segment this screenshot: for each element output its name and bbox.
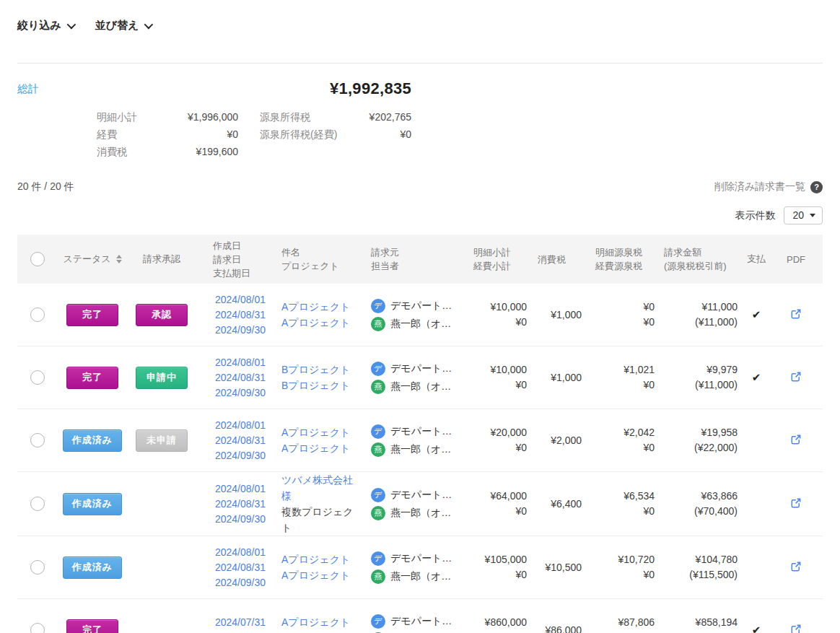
grand-total-link[interactable]: 総計 bbox=[17, 79, 97, 160]
pdf-external-link-icon[interactable] bbox=[790, 561, 802, 572]
date-link[interactable]: 2024/09/30 bbox=[196, 448, 266, 463]
dates-cell: 2024/08/012024/08/312024/09/30 bbox=[196, 355, 271, 401]
date-link[interactable]: 2024/08/31 bbox=[196, 307, 266, 323]
contact-name: デモパート… bbox=[390, 612, 452, 630]
chevron-down-icon bbox=[66, 20, 76, 30]
deleted-invoices-link[interactable]: 削除済み請求書一覧 bbox=[714, 180, 805, 193]
project-link[interactable]: Aプロジェクト bbox=[281, 424, 359, 440]
row-checkbox[interactable] bbox=[30, 307, 45, 322]
date-link[interactable]: 2024/08/01 bbox=[196, 481, 266, 497]
toolbar: 絞り込み 並び替え bbox=[0, 0, 840, 32]
contact-line: デデモパート… bbox=[371, 612, 465, 630]
filter-button[interactable]: 絞り込み bbox=[17, 19, 74, 32]
help-icon[interactable]: ? bbox=[810, 181, 823, 193]
sort-button[interactable]: 並び替え bbox=[95, 19, 152, 32]
amount-cell-value: (¥946,000) bbox=[658, 630, 738, 633]
subtotal-label: 明細小計 bbox=[97, 108, 137, 126]
withholding-cell-value: ¥0 bbox=[587, 567, 655, 582]
date-link[interactable]: 2024/08/01 bbox=[196, 545, 266, 560]
row-checkbox[interactable] bbox=[30, 623, 45, 633]
table-row: 作成済み2024/08/012024/08/312024/09/30Aプロジェク… bbox=[17, 536, 823, 599]
subtotal-cell: ¥64,000¥0 bbox=[465, 489, 531, 519]
row-checkbox-cell bbox=[17, 497, 58, 511]
subtotal-cell-value: ¥0 bbox=[465, 315, 527, 330]
project-link[interactable]: Aプロジェクト bbox=[281, 567, 359, 583]
pdf-external-link-icon[interactable] bbox=[790, 371, 802, 383]
project-link[interactable]: Bプロジェクト bbox=[281, 362, 359, 377]
amount-cell: ¥11,000(¥11,000) bbox=[658, 300, 743, 330]
approval-cell: 未申請 bbox=[127, 429, 196, 452]
tax-cell-value: ¥1,000 bbox=[531, 309, 582, 320]
date-link[interactable]: 2024/08/31 bbox=[196, 370, 266, 385]
subtotal-cell-value: ¥0 bbox=[465, 377, 527, 393]
table-header: ステータス 請求承認 作成日 請求日 支払期日 件名 プロジェクト 請求元 担当… bbox=[17, 235, 823, 284]
avatar: デ bbox=[371, 299, 385, 313]
contact-line: 燕燕一郎（オ… bbox=[371, 377, 465, 396]
project-link[interactable]: Aプロジェクト bbox=[281, 614, 359, 630]
date-link[interactable]: 2024/07/31 bbox=[196, 630, 266, 633]
date-link[interactable]: 2024/08/01 bbox=[196, 418, 266, 433]
subtotal-cell-value: ¥105,000 bbox=[465, 552, 527, 567]
contact-name: 燕一郎（オ… bbox=[390, 630, 451, 633]
project-link[interactable]: Bプロジェクト bbox=[281, 377, 359, 393]
paid-cell: ✔ bbox=[743, 371, 769, 384]
header-line-withholding: 明細源泉税 bbox=[595, 245, 655, 259]
subtotal-value: ¥1,996,000 bbox=[188, 108, 238, 126]
consumption-tax-value: ¥199,600 bbox=[196, 143, 238, 160]
project-link[interactable]: Aプロジェクト bbox=[281, 630, 359, 633]
pdf-external-link-icon[interactable] bbox=[790, 434, 802, 445]
amount-cell-value: ¥11,000 bbox=[658, 300, 738, 315]
date-link[interactable]: 2024/09/30 bbox=[196, 385, 266, 401]
project-link[interactable]: Aプロジェクト bbox=[281, 299, 359, 315]
page-size-value: 20 bbox=[792, 209, 804, 221]
summary-section: 総計 ¥1,992,835 明細小計¥1,996,000 経費¥0 消費税¥19… bbox=[0, 79, 840, 160]
pdf-external-link-icon[interactable] bbox=[790, 624, 802, 633]
tax-cell-value: ¥86,000 bbox=[531, 624, 582, 633]
contact-name: 燕一郎（オ… bbox=[390, 315, 451, 333]
page-size-row: 表示件数 20 bbox=[0, 206, 840, 224]
date-link[interactable]: 2024/08/01 bbox=[196, 355, 266, 370]
date-link[interactable]: 2024/08/01 bbox=[196, 292, 266, 307]
project-link[interactable]: Aプロジェクト bbox=[281, 440, 359, 456]
header-project: プロジェクト bbox=[281, 259, 359, 273]
date-link[interactable]: 2024/08/31 bbox=[196, 433, 266, 448]
header-line-subtotal: 明細小計 bbox=[473, 245, 527, 259]
tax-cell: ¥1,000 bbox=[531, 309, 587, 320]
project-link[interactable]: ツバメ株式会社様 bbox=[281, 472, 359, 504]
subject-cell: AプロジェクトAプロジェクト bbox=[271, 614, 359, 633]
tax-cell: ¥6,400 bbox=[531, 498, 587, 510]
row-checkbox[interactable] bbox=[30, 560, 45, 575]
tax-cell-value: ¥2,000 bbox=[531, 435, 582, 446]
date-link[interactable]: 2024/07/31 bbox=[196, 615, 266, 630]
pdf-external-link-icon[interactable] bbox=[790, 308, 802, 320]
date-link[interactable]: 2024/09/30 bbox=[196, 512, 266, 527]
contact-name: 燕一郎（オ… bbox=[390, 377, 451, 396]
expense-value: ¥0 bbox=[227, 126, 238, 143]
row-checkbox[interactable] bbox=[30, 370, 45, 385]
subject-cell: ツバメ株式会社様複数プロジェクト bbox=[271, 472, 359, 536]
project-link[interactable]: Aプロジェクト bbox=[281, 551, 359, 567]
row-checkbox[interactable] bbox=[30, 497, 45, 511]
withholding-cell-value: ¥2,042 bbox=[587, 425, 655, 440]
subject-cell: AプロジェクトAプロジェクト bbox=[271, 299, 359, 331]
date-link[interactable]: 2024/08/31 bbox=[196, 497, 266, 512]
select-all-checkbox[interactable] bbox=[30, 252, 45, 266]
tax-cell: ¥10,500 bbox=[531, 562, 587, 573]
project-link[interactable]: Aプロジェクト bbox=[281, 315, 359, 331]
chevron-down-icon bbox=[144, 20, 154, 30]
project-label: 複数プロジェクト bbox=[281, 504, 359, 536]
pdf-external-link-icon[interactable] bbox=[790, 497, 802, 509]
page-size-dropdown[interactable]: 20 bbox=[784, 206, 823, 224]
tax-cell-value: ¥10,500 bbox=[531, 562, 582, 573]
amount-cell: ¥19,958(¥22,000) bbox=[658, 425, 743, 455]
amount-cell-value: (¥11,000) bbox=[658, 377, 738, 393]
row-checkbox[interactable] bbox=[30, 433, 45, 448]
amount-cell-value: ¥19,958 bbox=[658, 425, 738, 440]
header-biller: 請求元 bbox=[371, 245, 465, 259]
date-link[interactable]: 2024/09/30 bbox=[196, 575, 266, 590]
subtotal-cell: ¥20,000¥0 bbox=[465, 425, 531, 455]
date-link[interactable]: 2024/08/31 bbox=[196, 560, 266, 575]
expense-label: 経費 bbox=[97, 126, 117, 143]
status-sort-icon[interactable] bbox=[116, 255, 122, 263]
date-link[interactable]: 2024/09/30 bbox=[196, 323, 266, 338]
